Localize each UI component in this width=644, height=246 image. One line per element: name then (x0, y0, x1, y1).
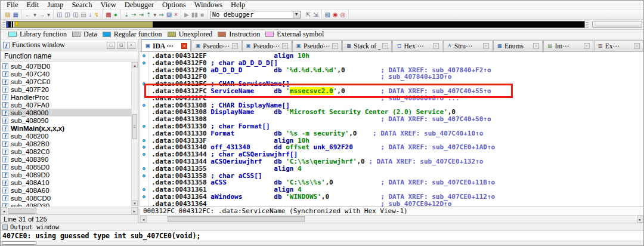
run-analysis-icon[interactable]: ● (113, 10, 119, 19)
flow-chart-icon[interactable]: ▩ (104, 10, 112, 19)
open-file-icon[interactable]: ▨ (4, 10, 11, 19)
back-history-dropdown-icon[interactable]: ▾ (32, 10, 38, 19)
tab-close-icon[interactable]: × (232, 43, 238, 49)
function-item-sub_408D30[interactable]: fsub_408D30 (1, 202, 138, 207)
tab-close-icon[interactable]: × (332, 43, 338, 49)
close-button[interactable]: × (127, 42, 135, 49)
float-button[interactable]: ⊡ (117, 42, 125, 49)
print-icon[interactable]: ▤ (79, 10, 87, 19)
function-item-sub_408200[interactable]: fsub_408200 (1, 132, 138, 140)
tab-imports[interactable]: ▤Im···× (543, 40, 593, 51)
scroll-left-icon[interactable]: ◄ (1, 207, 7, 214)
menu-windows[interactable]: Windows (190, 1, 227, 10)
menu-debugger[interactable]: Debugger (120, 1, 158, 10)
function-item-sub_407C40[interactable]: fsub_407C40 (1, 70, 138, 78)
scroll-left-icon[interactable]: ◄ (140, 216, 147, 223)
function-item-sub_408390[interactable]: fsub_408390 (1, 155, 138, 163)
navband-track[interactable] (6, 21, 585, 28)
save-icon[interactable]: ▦ (11, 10, 19, 19)
menu-options[interactable]: Options (158, 1, 190, 10)
step-dropdown-icon[interactable]: ▾ (152, 10, 157, 19)
run-to-cursor-icon[interactable]: ⇒ (157, 10, 165, 19)
output-command-input[interactable] (2, 241, 36, 245)
navband-zoom-bar[interactable] (592, 21, 642, 28)
menu-file[interactable]: File (2, 1, 22, 10)
function-item-sub_407F20[interactable]: fsub_407F20 (1, 85, 138, 93)
scroll-down-icon[interactable]: ▼ (132, 200, 138, 206)
scroll-right-icon[interactable]: ► (637, 216, 643, 223)
scroll-right-icon[interactable]: ► (131, 207, 138, 214)
menu-view[interactable]: View (96, 1, 120, 10)
menu-jump[interactable]: Jump (43, 1, 67, 10)
stop-process-icon[interactable]: ■ (199, 10, 205, 19)
functions-horizontal-scrollbar[interactable]: ◄ ► (1, 207, 138, 214)
function-item-sub_407BD0[interactable]: fsub_407BD0 (1, 62, 138, 70)
function-item-sub_4085D0[interactable]: fsub_4085D0 (1, 163, 138, 171)
tab-close-icon[interactable]: × (533, 43, 539, 49)
function-item-sub_4082B0[interactable]: fsub_4082B0 (1, 140, 138, 147)
cancel-debug-icon[interactable]: × (173, 10, 179, 19)
tab-close-icon[interactable]: × (584, 43, 590, 49)
menu-edit[interactable]: Edit (22, 1, 43, 10)
functions-window-titlebar[interactable]: f Functions window □ ⊡ × (1, 39, 138, 51)
function-item-sub_408000[interactable]: fsub_408000 (1, 109, 138, 116)
tab-close-icon[interactable]: × (483, 43, 489, 49)
function-item-sub_408090[interactable]: fsub_408090 (1, 116, 138, 124)
jump-down-icon[interactable]: ↓ (88, 10, 93, 19)
tab-close-icon[interactable]: × (282, 43, 288, 49)
tab-close-icon[interactable]: × (634, 43, 640, 49)
navigate-forward-icon[interactable]: → (38, 10, 46, 19)
function-item-sub_4089D0[interactable]: fsub_4089D0 (1, 171, 138, 179)
menu-search[interactable]: Search (67, 1, 96, 10)
jump-to-address-icon[interactable]: ◫ (55, 10, 63, 19)
scroll-up-icon[interactable]: ▲ (132, 62, 138, 68)
function-item-HandlerProc[interactable]: fHandlerProc (1, 93, 138, 101)
attach-process-icon[interactable]: ⇱ (305, 10, 312, 19)
restore-button[interactable]: □ (107, 42, 115, 49)
forward-history-dropdown-icon[interactable]: ▾ (46, 10, 51, 19)
tab-pseudocode-b[interactable]: ▣Pseudo···× (242, 40, 292, 51)
function-name-column-header[interactable]: Function name (1, 51, 138, 61)
horizontal-scroll-thumb[interactable] (8, 208, 36, 214)
run-until-return-icon[interactable]: ⇥ (137, 10, 144, 19)
tab-exports[interactable]: ▥Ex···× (594, 40, 643, 51)
jump-to-function-icon[interactable]: ◫ (72, 10, 79, 19)
debugger-windows-icon[interactable]: ▧ (324, 10, 332, 19)
horizontal-scroll-thumb[interactable] (168, 216, 305, 222)
function-item-WinMainxxxx[interactable]: fWinMain(x,x,x,x) (1, 124, 138, 132)
chevron-down-icon[interactable]: ▼ (293, 11, 300, 18)
breakpoint-disable-icon[interactable]: ◎ (339, 10, 347, 19)
edit-icon[interactable]: ▨ (165, 10, 173, 19)
function-item-sub_407FA0[interactable]: fsub_407FA0 (1, 101, 138, 109)
menu-help[interactable]: Help (227, 1, 249, 10)
output-window-titlebar[interactable]: Output window (1, 223, 643, 231)
tab-hex-view[interactable]: ◻Hex ···× (392, 40, 442, 51)
tab-pseudocode-a[interactable]: ▣Pseudo···× (191, 40, 241, 51)
disassembly-horizontal-scrollbar[interactable]: ◄ ► (140, 215, 643, 223)
tab-stack-of-winmain[interactable]: ▦Stack of _WinM···× (342, 40, 392, 51)
detach-process-icon[interactable]: ⇲ (312, 10, 319, 19)
step-out-icon[interactable]: ⇡ (145, 10, 152, 19)
tab-ida-view[interactable]: ▣IDA ···× (141, 39, 191, 51)
navband-drag-handle-right[interactable] (586, 21, 589, 28)
function-item-sub_4082C0[interactable]: fsub_4082C0 (1, 147, 138, 155)
vertical-scroll-thumb[interactable]: ≡ (132, 114, 137, 139)
step-over-icon[interactable]: ⇢ (130, 10, 137, 19)
tab-enums[interactable]: ▦Enums× (493, 40, 543, 51)
function-item-sub_408A10[interactable]: fsub_408A10 (1, 179, 138, 186)
tab-structures[interactable]: AStru···× (443, 40, 493, 51)
disasm-line-22[interactable]: .data:00431364 ; sub_407CE0+12D↑o (140, 201, 643, 207)
colors-icon[interactable]: ↯ (93, 10, 100, 19)
navband-drag-handle[interactable] (2, 21, 5, 28)
function-item-sub_407CE0[interactable]: fsub_407CE0 (1, 78, 138, 85)
pause-process-icon[interactable]: ▮▮ (190, 10, 199, 19)
tab-pseudocode-c[interactable]: ▣Pseudo···× (292, 40, 342, 51)
tab-close-icon[interactable]: × (181, 43, 187, 49)
tab-close-icon[interactable]: × (382, 43, 388, 49)
navigate-back-icon[interactable]: ← (24, 10, 32, 19)
function-item-sub_408CD0[interactable]: fsub_408CD0 (1, 194, 138, 202)
jump-by-name-icon[interactable]: ◫ (63, 10, 71, 19)
function-item-sub_408A60[interactable]: fsub_408A60 (1, 186, 138, 194)
tab-close-icon[interactable]: × (433, 43, 439, 49)
ida-view-disassembly[interactable]: .data:004312EF align 10h.data:004312F0 ;… (140, 52, 643, 207)
